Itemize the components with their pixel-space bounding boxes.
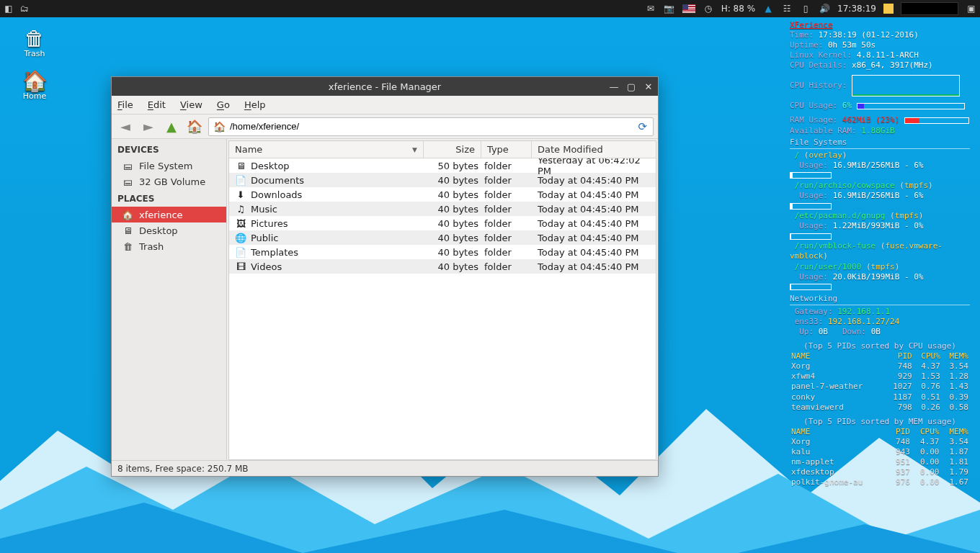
column-name[interactable]: Name▼ [229, 141, 424, 158]
file-size: 40 bytes [424, 204, 481, 215]
table-row[interactable]: 🖼Pictures40 bytesfolderToday at 04:45:40… [229, 216, 656, 230]
file-name: Documents [251, 175, 304, 186]
desktop-icon: 🖥 [122, 225, 133, 236]
sidebar-item-trash[interactable]: 🗑Trash [112, 238, 226, 254]
notes-icon[interactable] [883, 4, 894, 14]
file-name: Templates [251, 247, 298, 258]
menu-go[interactable]: GoGo [217, 99, 230, 110]
location-input[interactable] [230, 119, 632, 135]
file-date: Today at 04:45:40 PM [532, 233, 656, 243]
keyboard-layout-flag[interactable] [682, 4, 695, 13]
file-name: Downloads [251, 189, 302, 200]
mail-icon[interactable]: ✉ [645, 3, 656, 14]
table-row[interactable]: ⬇Downloads40 bytesfolderToday at 04:45:4… [229, 187, 656, 202]
file-type: folder [481, 233, 532, 243]
home-icon: 🏠 [122, 209, 133, 220]
file-date: Today at 04:45:40 PM [532, 189, 656, 200]
column-size[interactable]: Size [424, 141, 481, 158]
nav-forward-button[interactable]: ► [139, 117, 158, 136]
file-type: folder [481, 204, 532, 215]
drive-icon: 🖴 [122, 160, 133, 171]
update-icon[interactable]: ◷ [703, 3, 714, 14]
battery-icon[interactable]: ▯ [800, 3, 811, 14]
volume-icon[interactable]: 🔊 [819, 3, 830, 14]
folder-type-icon: ♫ [235, 203, 246, 215]
file-date: Today at 04:45:40 PM [532, 218, 656, 229]
desktop-icon-trash[interactable]: 🗑 Trash [16, 29, 53, 58]
system-monitor: XFerience Time: 17:38:19 (01-12-2016) Up… [790, 20, 970, 487]
column-type[interactable]: Type [481, 141, 532, 158]
location-bar[interactable]: 🏠 ⟳ [208, 117, 654, 136]
status-text: 8 items, Free space: 250.7 MB [117, 464, 249, 474]
nav-home-button[interactable]: 🏠 [185, 117, 204, 136]
window-minimize-button[interactable]: — [607, 80, 620, 93]
sidebar-item-desktop[interactable]: 🖥Desktop [112, 222, 226, 238]
file-name: Videos [251, 261, 282, 272]
file-size: 40 bytes [424, 261, 481, 272]
trash-icon: 🗑 [24, 29, 45, 49]
reload-button[interactable]: ⟳ [632, 120, 653, 133]
conky-title: XFerience [790, 20, 833, 30]
panel-cpu-graph[interactable] [901, 2, 958, 15]
svg-marker-2 [0, 503, 980, 553]
column-date[interactable]: Date Modified [532, 141, 656, 158]
menu-file[interactable]: FFileile [117, 99, 133, 110]
file-manager-window: xferience - File Manager — ▢ ✕ FFileile … [111, 76, 659, 477]
file-date: Today at 04:45:40 PM [532, 175, 656, 186]
sidebar-item-filesystem[interactable]: 🖴File System [112, 158, 226, 174]
table-row[interactable]: 🎞Videos40 bytesfolderToday at 04:45:40 P… [229, 259, 656, 274]
table-row[interactable]: 📄Documents40 bytesfolderToday at 04:45:4… [229, 173, 656, 187]
folder-type-icon: 🌐 [235, 232, 246, 243]
table-row[interactable]: 🖥Desktop50 bytesfolderYesterday at 06:42… [229, 158, 656, 173]
menu-help[interactable]: HelpHelp [244, 99, 266, 110]
top-panel: ◧ 🗂 ✉ 📷 ◷ H: 88 % ▲ ☷ ▯ 🔊 17:38:19 ▣ [0, 0, 980, 17]
weather-indicator[interactable]: H: 88 % [721, 4, 755, 14]
desktop-icons: 🗑 Trash 🏠 Home [16, 29, 53, 101]
file-size: 40 bytes [424, 247, 481, 258]
file-name: Pictures [251, 218, 288, 229]
file-date: Today at 04:45:40 PM [532, 261, 656, 272]
arch-logo-icon: ▲ [762, 3, 774, 14]
folder-type-icon: 📄 [235, 246, 246, 258]
file-date: Yesterday at 06:42:02 PM [532, 158, 656, 176]
desktop-icon-home[interactable]: 🏠 Home [16, 71, 53, 101]
menubar: FFileile EditEdit ViewView GoGo HelpHelp [112, 96, 658, 114]
trash-icon: 🗑 [122, 240, 133, 252]
drive-icon: 🖴 [122, 176, 133, 187]
network-icon[interactable]: ☷ [781, 3, 793, 14]
table-row[interactable]: 📄Templates40 bytesfolderToday at 04:45:4… [229, 245, 656, 259]
sidebar-header-places: PLACES [112, 189, 226, 207]
file-size: 40 bytes [424, 218, 481, 229]
sidebar-item-home[interactable]: 🏠xferience [112, 207, 226, 222]
file-date: Today at 04:45:40 PM [532, 247, 656, 258]
home-icon: 🏠 [22, 71, 48, 91]
folder-type-icon: 📄 [235, 174, 246, 186]
file-type: folder [481, 161, 532, 171]
window-close-button[interactable]: ✕ [642, 80, 655, 93]
taskbar-filemanager-icon[interactable]: 🗂 [19, 3, 30, 14]
nav-up-button[interactable]: ▲ [162, 117, 181, 136]
file-size: 40 bytes [424, 175, 481, 186]
window-titlebar[interactable]: xferience - File Manager — ▢ ✕ [112, 77, 658, 96]
window-maximize-button[interactable]: ▢ [625, 80, 638, 93]
file-name: Desktop [251, 161, 290, 171]
menu-view[interactable]: ViewView [180, 99, 202, 110]
table-row[interactable]: 🌐Public40 bytesfolderToday at 04:45:40 P… [229, 230, 656, 245]
file-type: folder [481, 175, 532, 186]
toolbar: ◄ ► ▲ 🏠 🏠 ⟳ [112, 114, 658, 139]
status-bar: 8 items, Free space: 250.7 MB [112, 460, 658, 476]
cpu-history-graph [852, 75, 960, 96]
cpu-usage-bar [857, 103, 965, 109]
column-headers: Name▼ Size Type Date Modified [229, 141, 656, 158]
start-menu-icon[interactable]: ◧ [3, 3, 14, 14]
sidebar-item-volume[interactable]: 🖴32 GB Volume [112, 174, 226, 189]
show-desktop-icon[interactable]: ▣ [966, 3, 977, 14]
panel-clock[interactable]: 17:38:19 [837, 4, 876, 14]
file-size: 40 bytes [424, 189, 481, 200]
table-row[interactable]: ♫Music40 bytesfolderToday at 04:45:40 PM [229, 202, 656, 216]
folder-type-icon: 🖥 [235, 160, 246, 171]
screenshot-icon[interactable]: 📷 [664, 3, 675, 14]
location-home-icon: 🏠 [209, 121, 230, 132]
nav-back-button[interactable]: ◄ [116, 117, 135, 136]
menu-edit[interactable]: EditEdit [148, 99, 166, 110]
